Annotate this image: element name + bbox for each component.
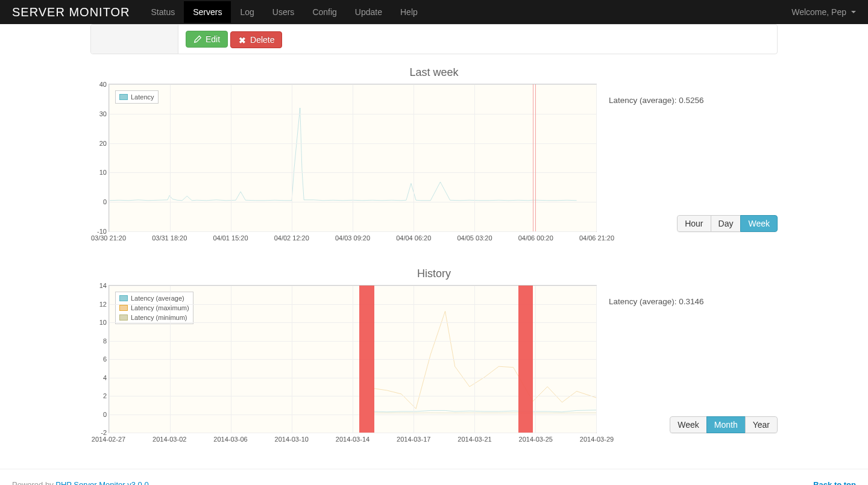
nav-items: StatusServersLogUsersConfigUpdateHelp (142, 1, 427, 23)
powered-label: Powered by (12, 480, 55, 485)
powered-by: Powered by PHP Server Monitor v3.0.0. (12, 480, 151, 485)
edit-button[interactable]: Edit (186, 31, 228, 48)
range-month[interactable]: Month (706, 416, 746, 433)
delete-button[interactable]: ✖ Delete (230, 31, 282, 48)
caret-icon (851, 11, 856, 13)
week-plot-area[interactable]: -10010203040 Latency (108, 84, 597, 232)
edit-icon (193, 35, 202, 43)
range-week[interactable]: Week (740, 215, 778, 232)
week-x-axis: 03/30 21:2003/31 18:2004/01 15:2004/02 1… (108, 234, 597, 244)
history-chart-title: History (90, 268, 778, 280)
navbar: SERVER MONITOR StatusServersLogUsersConf… (0, 0, 868, 24)
action-well: Edit ✖ Delete (90, 24, 778, 54)
range-hour[interactable]: Hour (677, 215, 711, 232)
week-y-axis: -10010203040 (92, 84, 109, 231)
week-latency-average: Latency (average): 0.5256 (609, 96, 778, 105)
navbar-left: SERVER MONITOR StatusServersLogUsersConf… (12, 1, 427, 23)
week-chart-title: Last week (90, 66, 778, 79)
nav-item-help[interactable]: Help (391, 1, 427, 23)
range-year[interactable]: Year (745, 416, 778, 433)
well-left-spacer (91, 25, 178, 54)
week-chart: Last week -10010203040 Latency 03/30 21:… (90, 66, 778, 252)
welcome-text: Welcome, Pep (791, 7, 846, 17)
history-latency-average: Latency (average): 0.3146 (609, 297, 778, 306)
footer: Powered by PHP Server Monitor v3.0.0. Ba… (0, 469, 868, 485)
range-week[interactable]: Week (670, 416, 707, 433)
history-x-axis: 2014-02-272014-03-022014-03-062014-03-10… (108, 436, 597, 445)
main-container: Edit ✖ Delete Last week -10010203040 Lat… (78, 24, 790, 454)
range-day[interactable]: Day (711, 215, 741, 232)
delete-label: Delete (250, 35, 274, 45)
brand[interactable]: SERVER MONITOR (12, 5, 130, 19)
history-chart: History -202468101214 Latency (average) … (90, 268, 778, 454)
nav-item-users[interactable]: Users (263, 1, 304, 23)
nav-item-update[interactable]: Update (346, 1, 391, 23)
user-menu[interactable]: Welcome, Pep (791, 7, 856, 17)
powered-link[interactable]: PHP Server Monitor v3.0.0 (55, 480, 148, 485)
edit-label: Edit (206, 34, 220, 44)
nav-item-config[interactable]: Config (303, 1, 345, 23)
back-to-top[interactable]: Back to top (813, 480, 856, 485)
nav-item-status[interactable]: Status (142, 1, 184, 23)
powered-tail: . (149, 480, 151, 485)
history-y-axis: -202468101214 (92, 286, 109, 433)
week-range-group: HourDayWeek (677, 215, 778, 232)
nav-item-servers[interactable]: Servers (184, 1, 231, 23)
history-range-group: WeekMonthYear (670, 416, 778, 433)
nav-item-log[interactable]: Log (231, 1, 263, 23)
delete-icon: ✖ (238, 36, 247, 44)
history-plot-area[interactable]: -202468101214 Latency (average) Latency … (108, 285, 597, 433)
well-buttons: Edit ✖ Delete (178, 25, 777, 54)
